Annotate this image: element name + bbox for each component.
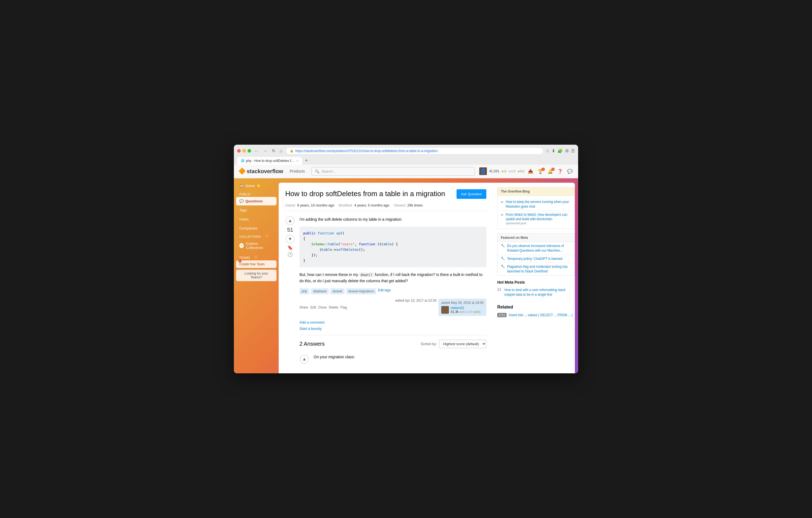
related-section: Related 1761 Insert into ... values ( SE… [497,302,575,319]
home-button[interactable]: ⌂ [279,148,284,154]
sidebar-item-questions[interactable]: 💬 Questions [236,197,277,206]
meta-item-1: 🔧 Do you observe increased relevance of … [497,242,575,255]
edit-tags-link[interactable]: Edit tags [378,288,391,294]
answer-area: ▲ On your migration class: [299,355,486,363]
address-bar[interactable]: 🔒 https://stackoverflow.com/questions/37… [286,147,544,155]
start-bounty-link[interactable]: Start a bounty [299,327,486,331]
bookmark-button[interactable]: 🔖 [287,245,293,250]
share-link[interactable]: Share [299,305,308,309]
related-text-1[interactable]: Insert into ... values ( SELECT ... FROM… [509,313,573,318]
extensions-icon[interactable]: 🧩 [557,148,563,154]
chat-icon[interactable]: 💬 [566,168,574,174]
related-score-1: 1761 [497,313,506,317]
action-links: Share Edit Close Delete Flag [299,305,347,309]
gold-badge: ●16 [501,169,506,173]
blog-text-2[interactable]: From Web2 to Web3: How developers can up… [506,213,568,221]
tag-laravel[interactable]: laravel [330,288,344,294]
code-line-1: public function up() [303,230,483,236]
upvote-button[interactable]: ▲ [286,216,294,225]
edit-link[interactable]: Edit [310,305,316,309]
active-tab[interactable]: 🌐 php - How to drop softDeletes f... × [237,157,302,165]
devtools-icon[interactable]: ⚙ [565,148,569,154]
sidebar-item-users[interactable]: Users [236,215,277,223]
collectives-info-icon[interactable]: ⓘ [265,234,268,238]
products-nav[interactable]: Products [287,168,307,174]
tag-php[interactable]: php [299,288,309,294]
questions-icon: 💬 [239,199,244,203]
hot-meta-num-1: 13 [497,288,502,297]
create-team-button[interactable]: 0 Create free Team [236,261,277,268]
fullscreen-traffic-light[interactable] [248,149,251,153]
back-button[interactable]: ← [253,148,260,154]
browser-action-icons: ☆ ⬇ 🧩 ⚙ ☰ [546,148,575,154]
home-icon: 🏠 [239,184,244,188]
meta-item-2: 🔧 Temporary policy: ChatGPT is banned [497,255,575,263]
refresh-button[interactable]: ↻ [271,148,277,154]
questions-label: Questions [245,199,263,203]
downvote-button[interactable]: ▼ [286,235,294,243]
sorted-by-label: Sorted by: [421,342,437,346]
answer-upvote-button[interactable]: ▲ [300,355,309,363]
sidebar: 🏠 Home ⭐ PUBLIC 💬 Questions Tags Users C… [234,178,279,373]
tab-close-button[interactable]: × [296,159,298,162]
sort-select[interactable]: Highest score (default) [439,340,486,348]
tab-title: php - How to drop softDeletes f... [246,159,294,163]
featured-meta-card: Featured on Meta 🔧 Do you observe increa… [497,233,575,276]
edited-info: edited Apr 10, 2017 at 23:39 [395,299,436,302]
tag-database[interactable]: database [311,288,329,294]
blog-item-1: ✏ How to keep the servers running when y… [501,198,571,211]
answer-body: On your migration class: [314,355,355,363]
meta-text-1[interactable]: Do you observe increased relevance of Re… [507,244,571,253]
asked-user-name[interactable]: miken32 [451,306,481,310]
star-icon[interactable]: ☆ [546,148,549,154]
search-box[interactable]: 🔍 Search… [312,167,475,175]
history-button[interactable]: 🕐 [287,252,293,257]
hot-meta-text-1[interactable]: How to deal with a user reformatting sta… [504,288,575,297]
question-header: How to drop softDeletes from a table in … [285,189,486,199]
sidebar-item-tags[interactable]: Tags [236,206,277,214]
sidebar-item-companies[interactable]: Companies [236,224,277,233]
meta-text-2[interactable]: Temporary policy: ChatGPT is banned [507,256,562,261]
user-avatar[interactable]: 👤 [479,167,487,175]
new-tab-button[interactable]: + [303,157,310,165]
teams-section-header: TEAMS ⓘ [236,254,277,261]
minimize-traffic-light[interactable] [242,149,246,153]
looking-for-teams-button[interactable]: Looking for your Teams? [236,270,277,281]
blog-item-2-content: From Web2 to Web3: How developers can up… [506,213,571,225]
forward-button[interactable]: → [262,148,268,154]
code-line-5: }); [303,252,483,258]
flag-link[interactable]: Flag [341,305,347,309]
menu-icon[interactable]: ☰ [571,148,575,154]
explore-collectives[interactable]: ⚡ Explore Collectives [236,239,277,252]
tag-laravel-migrations[interactable]: laravel-migrations [346,288,376,294]
meta-item-3: 🔧 Plagiarism flag and moderator tooling … [497,263,575,275]
close-traffic-light[interactable] [237,149,241,153]
home-label: Home [245,184,255,188]
related-item-1: 1761 Insert into ... values ( SELECT ...… [497,312,575,319]
help-icon[interactable]: ❓ [556,168,564,174]
achievements-icon[interactable]: 🏆 1 [536,168,544,174]
teams-info-icon[interactable]: ⓘ [254,255,257,259]
url-text: https://stackoverflow.com/questions/3753… [295,149,438,153]
overflow-blog-card: The Overflow Blog ✏ How to keep the serv… [497,187,575,229]
meta-text-3[interactable]: Plagiarism flag and moderator tooling ha… [507,265,571,274]
question-attribution: edited Apr 10, 2017 at 23:39 asked May 3… [395,299,486,316]
close-link[interactable]: Close [318,305,327,309]
asked-user-avatar [441,306,449,314]
sidebar-item-home[interactable]: 🏠 Home ⭐ [236,182,277,190]
blog-text-1[interactable]: How to keep the servers running when you… [506,200,571,209]
pencil-icon-1: ✏ [501,200,503,209]
browser-controls: ← → ↻ ⌂ 🔒 https://stackoverflow.com/ques… [237,147,575,155]
inline-code: down() [359,272,374,277]
add-comment-link[interactable]: Add a comment [299,320,486,324]
companies-label: Companies [239,226,257,230]
so-logo[interactable]: 🔶 stackoverflow [238,168,283,175]
delete-link[interactable]: Delete [329,305,338,309]
pencil-icon-2: ✏ [501,213,503,225]
viewed-label: Viewed 29k times [394,203,423,207]
inbox-icon[interactable]: 📥 [527,168,534,174]
ask-question-button[interactable]: Ask Question [457,189,486,199]
download-icon[interactable]: ⬇ [552,148,555,154]
so-body: 🏠 Home ⭐ PUBLIC 💬 Questions Tags Users C… [234,178,578,373]
alerts-icon[interactable]: 🔔 3 [546,168,554,174]
